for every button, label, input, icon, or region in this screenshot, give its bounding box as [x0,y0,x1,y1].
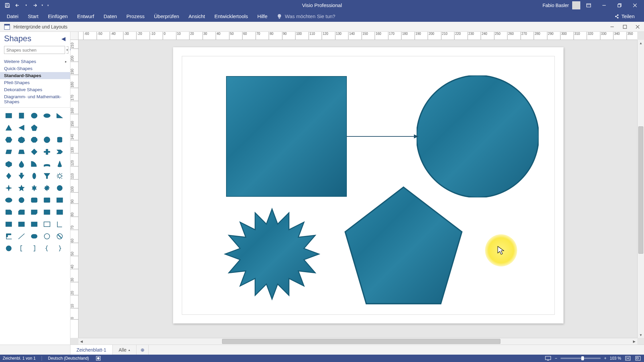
tab-prozess[interactable]: Prozess [122,11,149,22]
context-minimize[interactable] [606,22,619,32]
palette-triangle-left[interactable] [16,123,27,132]
context-restore[interactable] [619,22,631,32]
tab-daten[interactable]: Daten [99,11,122,22]
palette-snip-2[interactable] [16,207,27,217]
palette-l-shape[interactable] [54,220,65,229]
presentation-mode-icon[interactable] [545,356,551,361]
palette-trapezoid[interactable] [16,147,27,157]
palette-funnel[interactable] [42,171,52,181]
palette-brace-r[interactable] [54,244,65,253]
panel-collapse-button[interactable]: ◀ [60,35,67,42]
horizontal-scrollbar[interactable]: ◀ ▶ [78,338,637,345]
shapes-search-input[interactable] [4,46,65,54]
user-avatar[interactable] [572,1,580,9]
palette-frame-outline[interactable] [42,220,52,229]
tab-ansicht[interactable]: Ansicht [184,11,210,22]
palette-quarter[interactable] [29,159,40,169]
cat-pfeil-shapes[interactable]: Pfeil-Shapes [0,79,70,86]
palette-star7[interactable] [42,183,52,193]
ruler-vertical[interactable]: 2102001901801701601501401301201101009080… [70,40,78,338]
zoom-slider[interactable] [560,358,601,359]
zoom-in-button[interactable]: + [604,356,606,361]
palette-diagonal[interactable] [16,232,27,241]
palette-ellipse[interactable] [29,111,40,120]
context-close[interactable] [631,22,644,32]
palette-rounded-rect-5[interactable] [54,195,65,205]
qat-customize[interactable]: ▾ [46,1,50,10]
palette-snip-4[interactable] [42,207,52,217]
palette-round-rect[interactable] [29,232,40,241]
palette-diamond[interactable] [29,147,40,157]
palette-star5[interactable] [16,183,27,193]
search-dropdown[interactable]: ▾ [66,46,68,54]
tab-ueberpruefen[interactable]: Überprüfen [149,11,184,22]
palette-donut[interactable] [42,232,52,241]
undo-dropdown[interactable]: ▾ [24,1,28,10]
status-language[interactable]: Deutsch (Deutschland) [48,356,89,361]
palette-heptagon[interactable] [16,135,27,144]
palette-star4[interactable] [3,183,14,193]
palette-filled-circle[interactable] [3,244,14,253]
tab-entwicklertools[interactable]: Entwicklertools [210,11,253,22]
palette-rounded-rect-3[interactable] [29,195,40,205]
hscroll-thumb[interactable] [222,339,500,344]
add-sheet-button[interactable]: ⊕ [137,345,149,355]
palette-octagon[interactable] [29,135,40,144]
palette-burst[interactable] [54,183,65,193]
palette-snip-3[interactable] [29,207,40,217]
palette-square[interactable] [16,111,27,120]
palette-rounded-rect-1[interactable] [3,195,14,205]
redo-button[interactable] [30,1,39,10]
shape-pentagon[interactable] [339,185,468,309]
tab-start[interactable]: Start [23,11,43,22]
drawing-page[interactable] [173,47,564,323]
palette-snip-5[interactable] [54,207,65,217]
palette-triangle[interactable] [3,123,14,132]
palette-gear[interactable] [54,171,65,181]
palette-arrow-down[interactable] [16,171,27,181]
zoom-out-button[interactable]: − [555,356,557,361]
palette-star6[interactable] [29,183,40,193]
palette-parallelogram[interactable] [3,147,14,157]
palette-arc[interactable] [42,159,52,169]
palette-can[interactable] [54,135,65,144]
palette-frame-2[interactable] [16,220,27,229]
scroll-right[interactable]: ▶ [631,338,637,345]
macro-recorder-icon[interactable] [95,356,102,361]
palette-snip-1[interactable] [3,207,14,217]
close-button[interactable] [628,1,642,10]
tell-me-search[interactable]: Was möchten Sie tun? [272,12,340,22]
palette-rectangle[interactable] [3,111,14,120]
palette-drop[interactable] [16,159,27,169]
palette-pentagon[interactable] [29,123,40,132]
cat-quick-shapes[interactable]: Quick-Shapes [0,65,70,72]
palette-leaf[interactable] [29,171,40,181]
cat-dekorative-shapes[interactable]: Dekorative Shapes [0,86,70,93]
palette-hexagon[interactable] [3,135,14,144]
sheet-tab-active[interactable]: Zeichenblatt-1 [70,345,113,355]
palette-cross[interactable] [42,147,52,157]
scroll-left[interactable]: ◀ [78,338,85,345]
shape-circle[interactable] [417,75,539,197]
pan-zoom-icon[interactable] [635,356,641,361]
undo-button[interactable] [13,1,23,10]
palette-decagon[interactable] [42,135,52,144]
connector-arrow[interactable] [346,133,419,140]
palette-rounded-rect-4[interactable] [42,195,52,205]
palette-brace-l[interactable] [42,244,52,253]
palette-chevron[interactable] [54,147,65,157]
palette-bracket-l[interactable] [16,244,27,253]
scroll-down[interactable]: ▼ [638,332,644,338]
palette-right-triangle[interactable] [54,111,65,120]
palette-frame-3[interactable] [29,220,40,229]
share-button[interactable]: Teilen [611,12,637,22]
tab-entwurf[interactable]: Entwurf [72,11,99,22]
palette-circle[interactable] [42,111,52,120]
tab-hilfe[interactable]: Hilfe [253,11,272,22]
scroll-up[interactable]: ▲ [638,40,644,46]
palette-frame-1[interactable] [3,220,14,229]
palette-rounded-rect-2[interactable] [16,195,27,205]
vscroll-thumb[interactable] [638,126,643,254]
cat-diagramm-shapes[interactable]: Diagramm- und Mathematik-Shapes [0,93,70,105]
save-button[interactable] [3,1,12,10]
